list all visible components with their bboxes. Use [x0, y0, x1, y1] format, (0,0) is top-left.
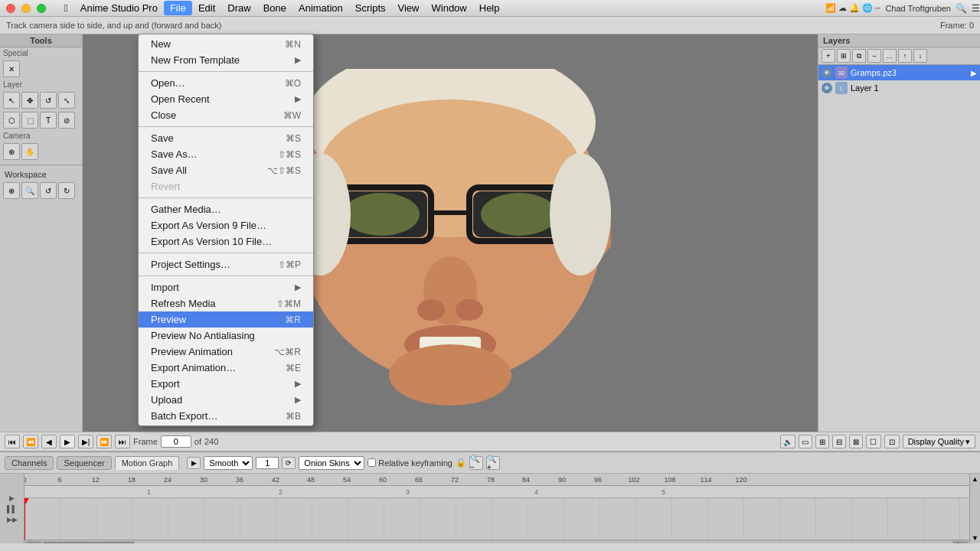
scroll-thumb[interactable] — [43, 542, 135, 544]
layer-delete-btn[interactable]: − — [867, 49, 881, 63]
tool-rotate[interactable]: ↺ — [40, 92, 57, 109]
menu-preview[interactable]: Preview ⌘R — [139, 311, 313, 328]
menu-bone[interactable]: Bone — [257, 1, 292, 15]
menu-preview-no-aa[interactable]: Preview No Antialiasing — [139, 328, 313, 344]
volume-btn[interactable]: 🔈 — [780, 435, 795, 448]
tool-eyedropper[interactable]: ⊘ — [58, 112, 75, 129]
display-quality-btn[interactable]: Display Quality ▾ — [903, 435, 975, 448]
timeline-scrollbar[interactable]: ◀ ▶ — [24, 540, 969, 543]
minimize-button[interactable] — [21, 4, 31, 13]
step-fwd-btn[interactable]: ▶| — [78, 435, 93, 448]
menu-scripts[interactable]: Scripts — [349, 1, 392, 15]
menu-new-from-template[interactable]: New From Template ▶ — [139, 52, 313, 68]
tool-orbit[interactable]: ⊕ — [3, 143, 20, 160]
close-button[interactable] — [6, 4, 15, 13]
tool-pan[interactable]: ✋ — [21, 143, 38, 160]
layer-eye-layer1[interactable]: 👁 — [822, 83, 832, 93]
tool-x[interactable]: ✕ — [3, 60, 20, 77]
menu-refresh-media[interactable]: Refresh Media ⇧⌘M — [139, 295, 313, 311]
scroll-right-btn[interactable]: ▶ — [952, 541, 968, 544]
next-key-btn[interactable]: ⏩ — [96, 435, 112, 448]
menu-app-name[interactable]: Anime Studio Pro — [74, 1, 164, 15]
menu-help[interactable]: Help — [473, 1, 506, 15]
menu-gather-media[interactable]: Gather Media… — [139, 201, 313, 217]
vscroll-down[interactable]: ▼ — [970, 533, 980, 543]
tool-text[interactable]: T — [40, 112, 57, 129]
ratio-btn[interactable]: ⊡ — [884, 435, 900, 448]
apple-menu[interactable]:  — [58, 1, 74, 15]
tool-scale[interactable]: ⤡ — [58, 92, 75, 109]
scroll-track[interactable] — [43, 542, 951, 544]
tool-move[interactable]: ✥ — [21, 92, 38, 109]
menu-draw[interactable]: Draw — [221, 1, 256, 15]
safe-area-btn[interactable]: ☐ — [866, 435, 881, 448]
view-mode-4[interactable]: ⊠ — [849, 435, 863, 448]
maximize-button[interactable] — [37, 4, 46, 13]
skip-start-btn[interactable]: ⏮ — [5, 435, 20, 448]
menu-preview-animation[interactable]: Preview Animation ⌥⌘R — [139, 344, 313, 360]
tool-arrow[interactable]: ↖ — [3, 92, 20, 109]
view-mode-3[interactable]: ⊟ — [832, 435, 846, 448]
menu-extras-icon[interactable]: ☰ — [972, 3, 980, 14]
layer-more-btn[interactable]: … — [883, 49, 897, 63]
menu-project-settings[interactable]: Project Settings… ⇧⌘P — [139, 256, 313, 272]
menu-import[interactable]: Import ▶ — [139, 279, 313, 295]
tool-select[interactable]: ⬚ — [21, 112, 38, 129]
workspace-tool-4[interactable]: ↻ — [58, 182, 75, 199]
zoom-out-tl[interactable]: 🔍− — [469, 456, 483, 470]
step-back-btn[interactable]: ◀ — [41, 435, 57, 448]
workspace-tool-2[interactable]: 🔍 — [21, 182, 38, 199]
menu-file[interactable]: File — [164, 1, 192, 15]
vscroll-up[interactable]: ▲ — [970, 474, 980, 484]
zoom-in-tl[interactable]: 🔍+ — [486, 456, 500, 470]
frame-input[interactable] — [161, 435, 191, 448]
tl-num-input[interactable] — [256, 457, 279, 469]
tab-sequencer[interactable]: Sequencer — [57, 456, 111, 470]
menu-export-v9[interactable]: Export As Version 9 File… — [139, 217, 313, 233]
tool-warp[interactable]: ⬡ — [3, 112, 20, 129]
layer-item-gramps[interactable]: 👁 3D Gramps.pz3 ▶ — [818, 65, 980, 80]
menu-open-recent[interactable]: Open Recent ▶ — [139, 91, 313, 107]
smooth-select[interactable]: Smooth — [204, 456, 253, 470]
timeline-vscroll[interactable]: ▲ ▼ — [969, 474, 980, 543]
menu-save[interactable]: Save ⌘S — [139, 130, 313, 146]
menu-view[interactable]: View — [392, 1, 426, 15]
tab-channels[interactable]: Channels — [5, 456, 54, 470]
menu-export-v10[interactable]: Export As Version 10 File… — [139, 233, 313, 249]
menu-new[interactable]: New ⌘N — [139, 36, 313, 52]
workspace-tool-1[interactable]: ⊕ — [3, 182, 20, 199]
playhead[interactable] — [24, 498, 25, 540]
layer-new-btn[interactable]: + — [822, 49, 835, 63]
view-mode-2[interactable]: ⊞ — [815, 435, 829, 448]
tab-motion-graph[interactable]: Motion Graph — [115, 456, 180, 470]
menu-open[interactable]: Open… ⌘O — [139, 75, 313, 91]
search-icon[interactable]: 🔍 — [956, 3, 967, 14]
tl-tool-btn[interactable]: ⟳ — [282, 457, 296, 469]
workspace-tool-3[interactable]: ↺ — [40, 182, 57, 199]
prev-key-btn[interactable]: ⏪ — [23, 435, 38, 448]
tl-play-btn[interactable]: ▶ — [187, 457, 201, 469]
scroll-left-btn[interactable]: ◀ — [26, 541, 41, 544]
menu-save-all[interactable]: Save All ⌥⇧⌘S — [139, 162, 313, 178]
menu-export-animation[interactable]: Export Animation… ⌘E — [139, 360, 313, 376]
menu-close[interactable]: Close ⌘W — [139, 107, 313, 123]
menu-upload[interactable]: Upload ▶ — [139, 392, 313, 408]
menu-window[interactable]: Window — [426, 1, 473, 15]
layer-eye-gramps[interactable]: 👁 — [822, 67, 832, 78]
onion-select[interactable]: Onion Skins — [299, 456, 364, 470]
layer-item-layer1[interactable]: 👁 L Layer 1 — [818, 80, 980, 96]
menu-save-as[interactable]: Save As… ⇧⌘S — [139, 146, 313, 162]
menu-animation[interactable]: Animation — [292, 1, 349, 15]
menu-export[interactable]: Export ▶ — [139, 376, 313, 392]
relative-keyframe-cb[interactable] — [368, 458, 376, 467]
layer-dn-btn[interactable]: ↓ — [913, 49, 927, 63]
layer-up-btn[interactable]: ↑ — [898, 49, 912, 63]
skip-end-btn[interactable]: ⏭ — [115, 435, 130, 448]
layer-dup-btn[interactable]: ⧉ — [852, 49, 866, 63]
menu-edit[interactable]: Edit — [192, 1, 221, 15]
play-btn[interactable]: ▶ — [60, 435, 75, 448]
tl-left-icon[interactable]: ▶ — [9, 494, 15, 502]
view-mode-1[interactable]: ▭ — [799, 435, 812, 448]
layer-group-btn[interactable]: ⊞ — [837, 49, 851, 63]
menu-batch-export[interactable]: Batch Export… ⌘B — [139, 408, 313, 424]
